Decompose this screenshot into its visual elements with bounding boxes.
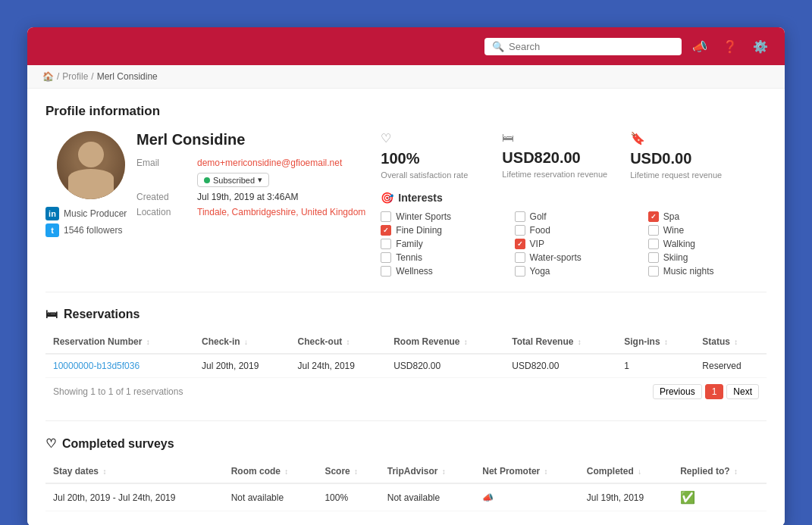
surveys-header: ♡ Completed surveys	[45, 436, 767, 451]
interest-label: Water-sports	[530, 252, 582, 263]
status-cell: Reserved	[694, 354, 767, 378]
interest-checkbox[interactable]	[515, 252, 525, 263]
subscribed-label: Subscribed	[213, 176, 255, 185]
interest-checkbox[interactable]	[515, 225, 525, 236]
signins-cell: 1	[616, 354, 694, 378]
table-row: Jul 20th, 2019 - Jul 24th, 2019 Not avai…	[45, 483, 767, 511]
col-completed[interactable]: Completed ↓	[579, 460, 672, 483]
reservation-revenue-stat: 🛏 USD820.00 Lifetime reservation revenue	[502, 131, 607, 180]
col-checkout[interactable]: Check-out ↕	[290, 330, 387, 354]
reservations-table: Reservation Number ↕ Check-in ↓ Check-ou…	[45, 330, 767, 378]
satisfaction-stat: ♡ 100% Overall satisfaction rate	[381, 131, 479, 180]
interest-checkbox[interactable]	[648, 252, 659, 263]
col-room-revenue[interactable]: Room Revenue ↕	[386, 330, 504, 354]
profile-name: Merl Considine	[136, 131, 365, 148]
interest-label: Winter Sports	[396, 211, 451, 222]
reservation-link[interactable]: 10000000-b13d5f036	[53, 361, 140, 371]
notification-icon[interactable]: 📣	[688, 34, 712, 58]
interest-label: Wine	[663, 225, 684, 236]
score-cell: 100%	[317, 483, 379, 511]
reservations-icon: 🛏	[45, 308, 58, 321]
request-revenue-stat: 🔖 USD0.00 Lifetime request revenue	[630, 131, 729, 180]
search-input[interactable]	[509, 41, 674, 52]
interest-checkbox[interactable]	[381, 239, 391, 249]
col-signins[interactable]: Sign-ins ↕	[616, 330, 694, 354]
email-label: Email	[136, 158, 190, 168]
interest-checkbox[interactable]	[381, 266, 391, 277]
interest-label: Family	[396, 239, 422, 249]
social-links: in Music Producer t 1546 followers	[45, 207, 136, 237]
interest-item: VIP	[515, 239, 633, 249]
linkedin-icon: in	[45, 207, 59, 220]
twitter-icon: t	[45, 223, 59, 237]
reservations-tbody: 10000000-b13d5f036 Jul 20th, 2019 Jul 24…	[45, 354, 767, 378]
interest-checkbox[interactable]	[381, 225, 391, 236]
interest-item: Yoga	[515, 266, 633, 277]
surveys-title: Completed surveys	[62, 437, 174, 451]
room-code-cell: Not available	[224, 483, 318, 511]
request-revenue-value: USD0.00	[630, 150, 729, 167]
profile-section: in Music Producer t 1546 followers Merl …	[45, 131, 767, 277]
interest-label: VIP	[530, 239, 544, 249]
settings-icon[interactable]: ⚙️	[748, 34, 773, 58]
surveys-thead: Stay dates ↕ Room code ↕ Score ↕ TripAdv…	[45, 460, 767, 483]
interest-checkbox[interactable]	[515, 239, 525, 249]
linkedin-item: in Music Producer	[45, 207, 136, 220]
page-title: Profile information	[45, 104, 767, 119]
interest-item: Wine	[648, 225, 767, 236]
interest-item: Fine Dining	[381, 225, 499, 236]
next-page-button[interactable]: Next	[726, 384, 759, 399]
col-stay-dates[interactable]: Stay dates ↕	[45, 460, 224, 483]
col-tripadvisor[interactable]: TripAdvisor ↕	[380, 460, 475, 483]
col-checkin[interactable]: Check-in ↓	[194, 330, 290, 354]
interest-label: Wellness	[396, 266, 432, 277]
reservations-pagination: Previous 1 Next	[645, 378, 767, 405]
interest-checkbox[interactable]	[515, 211, 525, 222]
interest-checkbox[interactable]	[381, 211, 391, 222]
col-net-promoter[interactable]: Net Promoter ↕	[475, 460, 579, 483]
interests-title: 🎯 Interests	[381, 192, 767, 204]
checkin-cell: Jul 20th, 2019	[194, 354, 290, 378]
reservations-showing: Showing 1 to 1 of 1 reservations	[45, 383, 190, 400]
subscribed-badge[interactable]: Subscribed ▾	[197, 173, 269, 187]
heart-icon: ♡	[381, 131, 479, 145]
interest-checkbox[interactable]	[648, 211, 659, 222]
col-room-code[interactable]: Room code ↕	[224, 460, 318, 483]
reservation-revenue-label: Lifetime reservation revenue	[502, 170, 607, 179]
interest-checkbox[interactable]	[648, 225, 659, 236]
col-status[interactable]: Status ↕	[694, 330, 767, 354]
col-reservation-number[interactable]: Reservation Number ↕	[45, 330, 194, 354]
col-total-revenue[interactable]: Total Revenue ↕	[504, 330, 616, 354]
email-value: demo+mericonsidine@gfioemail.net	[197, 158, 342, 168]
twitter-item: t 1546 followers	[45, 223, 136, 237]
reservations-title: Reservations	[64, 308, 140, 321]
completed-cell: Jul 19th, 2019	[579, 483, 672, 511]
breadcrumb-profile[interactable]: Profile	[62, 71, 88, 82]
prev-page-button[interactable]: Previous	[653, 384, 702, 399]
interest-item: Music nights	[648, 266, 767, 277]
home-icon[interactable]: 🏠	[42, 71, 54, 82]
stay-dates-cell: Jul 20th, 2019 - Jul 24th, 2019	[45, 483, 224, 511]
twitter-label: 1546 followers	[64, 225, 122, 236]
col-replied-to[interactable]: Replied to? ↕	[672, 460, 767, 483]
search-bar[interactable]: 🔍	[484, 38, 682, 55]
avatar	[57, 131, 125, 199]
interest-item: Walking	[648, 239, 767, 249]
dropdown-arrow[interactable]: ▾	[258, 175, 262, 185]
interest-checkbox[interactable]	[648, 239, 659, 249]
col-score[interactable]: Score ↕	[317, 460, 379, 483]
interest-checkbox[interactable]	[381, 252, 391, 263]
interest-item: Skiing	[648, 252, 767, 263]
interest-item: Family	[381, 239, 499, 249]
page-1-button[interactable]: 1	[705, 384, 724, 399]
interest-checkbox[interactable]	[515, 266, 525, 277]
interest-checkbox[interactable]	[648, 266, 659, 277]
created-value: Jul 19th, 2019 at 3:46AM	[197, 192, 298, 202]
interest-label: Fine Dining	[396, 225, 442, 236]
location-label: Location	[136, 207, 190, 217]
interest-label: Food	[530, 225, 550, 236]
help-icon[interactable]: ❓	[718, 34, 742, 58]
request-revenue-label: Lifetime request revenue	[630, 170, 729, 180]
reservations-thead: Reservation Number ↕ Check-in ↓ Check-ou…	[45, 330, 767, 354]
satisfaction-value: 100%	[381, 150, 479, 167]
